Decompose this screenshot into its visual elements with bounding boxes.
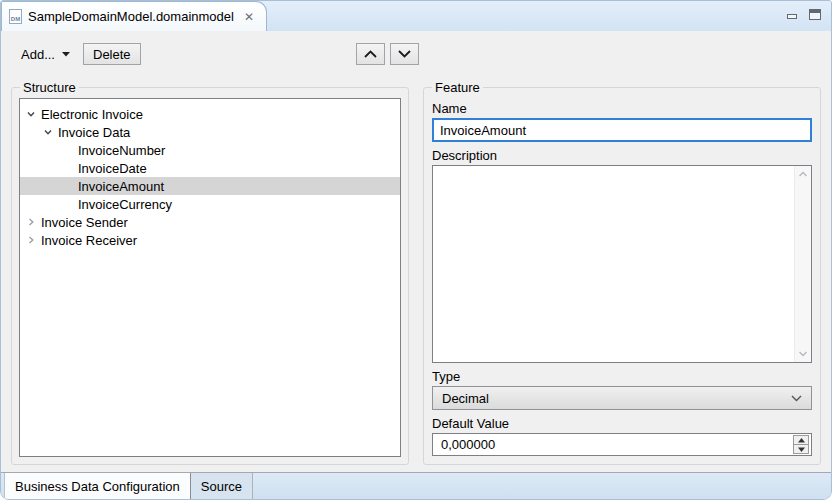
tree-item-invoice-data[interactable]: Invoice Data [20, 123, 400, 141]
move-up-icon [363, 49, 378, 59]
scroll-down-icon[interactable] [798, 350, 808, 358]
delete-button[interactable]: Delete [83, 43, 141, 65]
maximize-icon[interactable] [809, 9, 821, 20]
type-dropdown[interactable]: Decimal [432, 386, 812, 410]
default-value-label: Default Value [432, 415, 812, 433]
tree-item-invoicedate[interactable]: InvoiceDate [20, 159, 400, 177]
dropdown-arrow-icon [62, 52, 71, 57]
move-down-icon [397, 49, 412, 59]
tree-item-electronic-invoice[interactable]: Electronic Invoice [20, 105, 400, 123]
description-label: Description [432, 147, 812, 165]
view-window-buttons [787, 9, 821, 20]
spinner-down-icon [798, 447, 805, 452]
tree-item-invoicenumber[interactable]: InvoiceNumber [20, 141, 400, 159]
domainmodel-file-icon: DM [9, 9, 22, 24]
name-input-value: InvoiceAmount [440, 123, 526, 138]
feature-form: Name InvoiceAmount Description Type Deci… [432, 100, 812, 456]
move-up-button[interactable] [356, 43, 385, 65]
move-down-button[interactable] [390, 43, 419, 65]
tree-item-invoice-sender[interactable]: Invoice Sender [20, 213, 400, 231]
feature-group: Feature Name InvoiceAmount Description T… [423, 87, 821, 465]
name-label: Name [432, 100, 812, 118]
combo-arrow-icon [791, 395, 802, 402]
tab-business-data-configuration[interactable]: Business Data Configuration [4, 473, 191, 499]
minimize-icon[interactable] [787, 14, 797, 19]
structure-group: Structure Electronic Invoice Invoice Dat… [11, 87, 409, 465]
structure-group-label: Structure [20, 79, 79, 96]
description-scrollbar[interactable] [794, 166, 811, 362]
scroll-up-icon[interactable] [798, 170, 808, 178]
bottom-tab-strip: Business Data Configuration Source [1, 472, 831, 499]
editor-tab-title: SampleDomainModel.domainmodel [28, 9, 234, 24]
spinner-down-button[interactable] [794, 445, 808, 453]
default-value-spinner[interactable]: 0,000000 [432, 433, 812, 456]
tree-expanded-icon[interactable] [24, 107, 38, 121]
default-value-text: 0,000000 [441, 437, 495, 452]
editor-body: Structure Electronic Invoice Invoice Dat… [1, 87, 831, 465]
spinner-up-icon [798, 438, 805, 443]
structure-tree: Electronic Invoice Invoice Data InvoiceN… [19, 98, 401, 457]
editor-tab-strip: DM SampleDomainModel.domainmodel ✕ [1, 1, 831, 31]
feature-group-label: Feature [432, 79, 483, 96]
tree-item-invoice-receiver[interactable]: Invoice Receiver [20, 231, 400, 249]
tab-source[interactable]: Source [191, 473, 253, 499]
type-label: Type [432, 368, 812, 386]
tree-item-invoicecurrency[interactable]: InvoiceCurrency [20, 195, 400, 213]
type-dropdown-value: Decimal [442, 391, 489, 406]
spinner-buttons [793, 435, 809, 454]
description-textarea[interactable] [432, 165, 812, 363]
spinner-up-button[interactable] [794, 436, 808, 445]
close-icon[interactable]: ✕ [244, 10, 254, 24]
editor-window: DM SampleDomainModel.domainmodel ✕ Add..… [0, 0, 832, 500]
toolbar: Add... Delete [1, 32, 831, 76]
tree-collapsed-icon[interactable] [24, 233, 38, 247]
tree-expanded-icon[interactable] [41, 125, 55, 139]
delete-button-label: Delete [93, 47, 131, 62]
tree-item-invoiceamount[interactable]: InvoiceAmount [20, 177, 400, 195]
add-button[interactable]: Add... [11, 43, 81, 65]
add-button-label: Add... [21, 47, 55, 62]
editor-tab[interactable]: DM SampleDomainModel.domainmodel ✕ [1, 1, 267, 31]
tree-collapsed-icon[interactable] [24, 215, 38, 229]
name-input[interactable]: InvoiceAmount [432, 118, 812, 142]
